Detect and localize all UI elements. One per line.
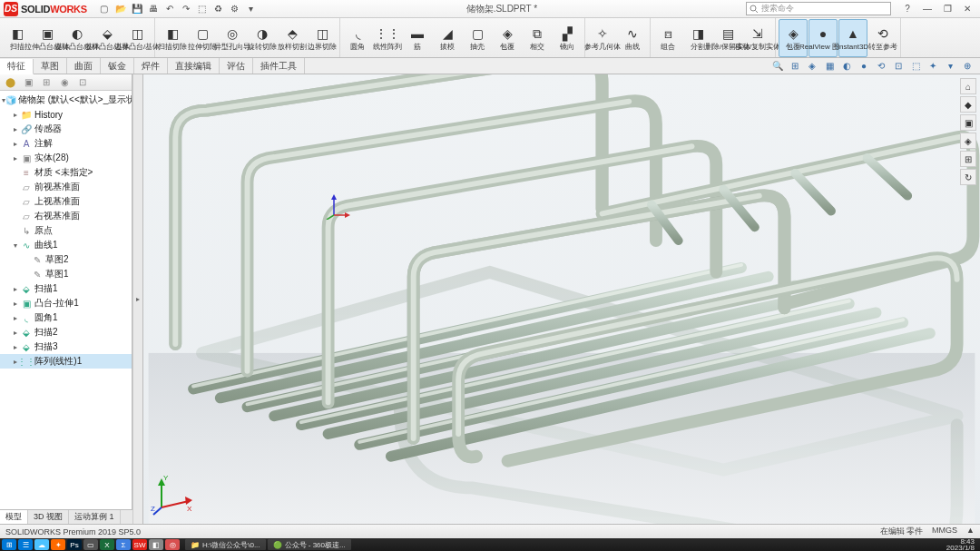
tree-item-草图1[interactable]: ✎草图1	[0, 267, 132, 281]
expand-icon[interactable]: ▸	[11, 343, 20, 351]
tree-item-圆角1[interactable]: ▸◟圆角1	[0, 310, 132, 325]
panel-collapse-handle[interactable]: ▸	[132, 74, 143, 524]
ribbon-btn-拔模[interactable]: ◢拔模	[433, 19, 462, 57]
tree-item-扫描3[interactable]: ▸⬙扫描3	[0, 339, 132, 354]
fm-tab-4[interactable]: ⊡	[76, 76, 89, 89]
start-button[interactable]: ⊞	[2, 539, 16, 550]
taskbar-pinned-8[interactable]: ◧	[149, 539, 163, 550]
view-triad-icon[interactable]: Y X Z	[151, 471, 196, 517]
ribbon-btn-旋转切除[interactable]: ◑旋转切除	[248, 19, 277, 57]
taskbar-pinned-4[interactable]: ▭	[83, 539, 98, 550]
status-units[interactable]: MMGS	[932, 526, 957, 537]
expand-icon[interactable]: ▸	[11, 329, 20, 337]
fm-tab-2[interactable]: ⊞	[40, 76, 53, 89]
taskbar-pinned-5[interactable]: X	[100, 539, 114, 550]
cm-tab-草图[interactable]: 草图	[34, 58, 67, 74]
qat-0[interactable]: ▢	[98, 3, 111, 15]
view-tool-8[interactable]: ⬚	[908, 59, 923, 74]
taskbar-pinned-6[interactable]: Σ	[116, 539, 131, 550]
ribbon-btn-拉伸凸台/基体[interactable]: ▣拉伸凸台/基体	[33, 19, 62, 57]
cm-tab-特征[interactable]: 特征	[0, 59, 34, 74]
view-tool-4[interactable]: ◐	[839, 59, 854, 74]
expand-icon[interactable]: ▾	[11, 241, 20, 250]
qat-1[interactable]: 📂	[114, 3, 127, 15]
taskpane-tab-2[interactable]: ▣	[960, 114, 976, 131]
expand-icon[interactable]: ▸	[11, 111, 20, 119]
cm-tab-评估[interactable]: 评估	[220, 58, 253, 74]
view-tool-5[interactable]: ●	[857, 59, 871, 74]
ribbon-btn-移动/复制实体[interactable]: ⇲移动/复制实体	[743, 19, 772, 57]
taskbar-pinned-1[interactable]: ☁	[34, 539, 49, 550]
ribbon-btn-圆角[interactable]: ◟圆角	[343, 19, 372, 57]
cm-tab-曲面[interactable]: 曲面	[67, 58, 101, 74]
view-tool-10[interactable]: ▾	[943, 59, 957, 74]
system-clock[interactable]: 8:43 2023/1/8	[943, 538, 978, 551]
tree-item-草图2[interactable]: ✎草图2	[0, 252, 132, 267]
ribbon-btn-边界切除[interactable]: ◫边界切除	[308, 19, 337, 57]
qat-8[interactable]: ⚙	[229, 3, 241, 15]
tree-item-实体(28)[interactable]: ▸▣实体(28)	[0, 151, 132, 165]
taskbar-pinned-0[interactable]: ☰	[18, 539, 33, 550]
tree-item-扫描1[interactable]: ▸⬙扫描1	[0, 281, 132, 296]
ribbon-btn-扫描[interactable]: ◧扫描	[3, 19, 32, 57]
view-tool-0[interactable]: 🔍	[770, 59, 785, 74]
ribbon-btn-转至参考[interactable]: ⟲转至参考	[868, 19, 897, 57]
taskpane-tab-5[interactable]: ↻	[960, 169, 976, 185]
ribbon-btn-边界凸台/基体[interactable]: ◫边界凸台/基体	[122, 19, 152, 57]
tree-item-曲线1[interactable]: ▾∿曲线1	[0, 238, 132, 252]
ribbon-btn-删除/保留实体[interactable]: ▤删除/保留实体	[713, 19, 742, 57]
tree-item-阵列(线性)1[interactable]: ▸⋮⋮阵列(线性)1	[0, 354, 132, 369]
taskbar-app-1[interactable]: 🟢公众号 - 360极速...	[268, 539, 351, 550]
qat-2[interactable]: 💾	[131, 3, 143, 15]
tree-item-扫描2[interactable]: ▸⬙扫描2	[0, 325, 132, 339]
cm-tab-钣金[interactable]: 钣金	[101, 58, 134, 74]
taskbar-pinned-7[interactable]: SW	[132, 539, 147, 550]
close-button[interactable]: ✕	[958, 4, 976, 14]
qat-7[interactable]: ♻	[212, 3, 225, 15]
view-tool-7[interactable]: ⊡	[891, 59, 906, 74]
ribbon-btn-参考几何体[interactable]: ✧参考几何体	[588, 19, 617, 57]
tree-item-材质 <未指定>[interactable]: ≡材质 <未指定>	[0, 165, 132, 180]
qat-3[interactable]: 🖶	[147, 3, 160, 15]
expand-icon[interactable]: ▸	[11, 125, 20, 133]
fm-tab-0[interactable]: ⬤	[4, 76, 16, 89]
model-tab-运动算例 1[interactable]: 运动算例 1	[69, 510, 121, 524]
command-search[interactable]: 搜索命令	[746, 2, 891, 15]
fm-tab-3[interactable]: ◉	[58, 76, 71, 89]
cm-tab-直接编辑[interactable]: 直接编辑	[168, 58, 220, 74]
ribbon-btn-曲线[interactable]: ∿曲线	[618, 19, 647, 57]
qat-4[interactable]: ↶	[163, 3, 176, 15]
tree-item-上视基准面[interactable]: ▱上视基准面	[0, 194, 132, 209]
status-expand-icon[interactable]: ▲	[966, 526, 975, 537]
taskpane-tab-1[interactable]: ◆	[960, 96, 976, 113]
ribbon-btn-Instant3D[interactable]: ▲Instant3D	[838, 19, 867, 57]
taskbar-app-0[interactable]: 📁H:\微信公众号\0...	[185, 539, 266, 550]
ribbon-btn-放样凸台/基体[interactable]: ⬙放样凸台/基体	[93, 19, 122, 57]
model-tab-3D 视图[interactable]: 3D 视图	[28, 510, 69, 524]
ribbon-btn-旋转凸台/基体[interactable]: ◐旋转凸台/基体	[63, 19, 92, 57]
feature-tree[interactable]: ▾🧊储物架 (默认<<默认>_显示状态 1>)▸📁History▸🔗传感器▸A注…	[0, 91, 132, 524]
taskbar-pinned-2[interactable]: ✦	[51, 539, 65, 550]
tree-item-传感器[interactable]: ▸🔗传感器	[0, 122, 132, 136]
ribbon-btn-拉伸切除[interactable]: ▢拉伸切除	[188, 19, 217, 57]
ribbon-btn-异型孔向导[interactable]: ◎异型孔向导	[218, 19, 247, 57]
tree-item-注解[interactable]: ▸A注解	[0, 136, 132, 151]
ribbon-btn-线性阵列[interactable]: ⋮⋮线性阵列	[373, 19, 402, 57]
tree-item-右视基准面[interactable]: ▱右视基准面	[0, 209, 132, 223]
view-tool-9[interactable]: ✦	[926, 59, 940, 74]
ribbon-btn-镜向[interactable]: ▞镜向	[553, 19, 582, 57]
qat-6[interactable]: ⬚	[196, 3, 209, 15]
taskbar-pinned-3[interactable]: Ps	[67, 539, 82, 550]
ribbon-btn-筋[interactable]: ▬筋	[403, 19, 432, 57]
view-tool-11[interactable]: ⊕	[960, 59, 975, 74]
taskpane-tab-0[interactable]: ⌂	[960, 78, 976, 94]
ribbon-btn-组合[interactable]: ⧈组合	[653, 19, 682, 57]
ribbon-btn-相交[interactable]: ⧉相交	[523, 19, 552, 57]
qat-9[interactable]: ▾	[245, 3, 258, 15]
tree-item-储物架 (默认<<默认>_显示状态 1>)[interactable]: ▾🧊储物架 (默认<<默认>_显示状态 1>)	[0, 93, 132, 107]
ribbon-btn-放样切割[interactable]: ⬘放样切割	[278, 19, 307, 57]
fm-tab-1[interactable]: ▣	[22, 76, 34, 89]
view-tool-2[interactable]: ◈	[805, 59, 819, 74]
view-tool-1[interactable]: ⊞	[788, 59, 802, 74]
cm-tab-插件工具[interactable]: 插件工具	[253, 58, 305, 74]
